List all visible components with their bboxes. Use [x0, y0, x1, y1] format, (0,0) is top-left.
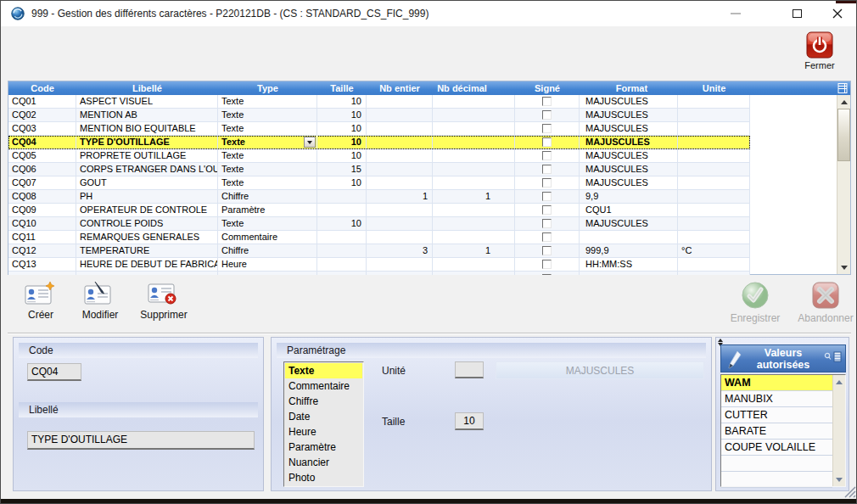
close-icon [832, 8, 843, 20]
type-cell-value: Texte [221, 137, 245, 147]
table-row-partial [8, 272, 750, 275]
column-header-unite[interactable]: Unite [678, 81, 750, 95]
type-option[interactable]: Paramètre [285, 440, 362, 455]
table-row[interactable]: CQ13HEURE DE DEBUT DE FABRICATIONHeureHH… [8, 258, 750, 272]
signe-checkbox[interactable] [542, 246, 552, 255]
column-header-type[interactable]: Type [218, 81, 317, 95]
column-header-code[interactable]: Code [8, 81, 76, 95]
allowed-value-item-empty [721, 472, 832, 488]
create-record-icon [24, 281, 58, 306]
title-bar: 999 - Gestion des différents caractères … [1, 1, 856, 26]
values-scroll-up-button[interactable] [833, 376, 845, 388]
enregistrer-label: Enregistrer [717, 312, 793, 324]
table-grid-icon[interactable] [837, 83, 848, 93]
column-header-taille[interactable]: Taille [317, 81, 367, 95]
table-row[interactable]: CQ01ASPECT VISUELTexte10MAJUSCULES [8, 95, 750, 109]
minimize-button[interactable] [720, 1, 751, 26]
allowed-value-item[interactable]: CUTTER [721, 407, 832, 423]
parametrage-section-header: Paramétrage [277, 343, 706, 358]
type-option[interactable]: Commentaire [285, 378, 362, 394]
signe-checkbox[interactable] [542, 151, 552, 160]
arrow-up-icon [841, 100, 848, 104]
app-window: 999 - Gestion des différents caractères … [0, 0, 857, 504]
column-header-format[interactable]: Format [580, 81, 678, 95]
maximize-icon [793, 9, 802, 18]
table-row[interactable]: CQ10CONTROLE POIDSTexte10MAJUSCULES [8, 217, 750, 231]
chevron-down-icon [307, 141, 312, 144]
modifier-button[interactable]: Modifier [72, 281, 128, 321]
supprimer-label: Supprimer [130, 309, 198, 321]
allowed-value-item[interactable]: BARATE [721, 423, 832, 440]
table-row[interactable]: CQ06CORPS ETRANGER DANS L'OUTILLAGETexte… [8, 163, 750, 176]
signe-checkbox[interactable] [542, 232, 552, 242]
signe-checkbox[interactable] [542, 219, 552, 228]
allowed-value-item[interactable]: COUPE VOLAILLE [721, 440, 832, 456]
scroll-up-button[interactable] [837, 95, 850, 109]
table-scrollbar[interactable] [837, 95, 850, 274]
supprimer-button[interactable]: Supprimer [130, 281, 198, 321]
scroll-down-button[interactable] [837, 260, 850, 274]
modifier-label: Modifier [72, 309, 128, 321]
close-button[interactable] [822, 1, 853, 26]
allowed-value-item[interactable]: MANUBIX [721, 391, 832, 407]
signe-checkbox[interactable] [542, 97, 552, 106]
signe-checkbox[interactable] [542, 260, 552, 269]
creer-button[interactable]: Créer [14, 281, 67, 321]
allowed-values-list: WAM MANUBIX CUTTER BARATE COUPE VOLAILLE [720, 374, 846, 487]
table-row[interactable]: CQ08PHChiffre119,9 [8, 190, 750, 204]
table-row[interactable]: CQ09OPERATEUR DE CONTROLEParamètreCQU1 [8, 204, 750, 217]
code-field[interactable]: CQ04 [27, 363, 81, 381]
signe-checkbox[interactable] [542, 124, 552, 133]
type-option[interactable]: Date [285, 409, 362, 424]
type-dropdown-button[interactable] [304, 137, 316, 148]
app-logo-icon [11, 7, 25, 20]
table-row[interactable]: CQ02MENTION ABTexte10MAJUSCULES [8, 109, 750, 122]
column-header-signe[interactable]: Signé [515, 81, 580, 95]
type-option[interactable]: Heure [285, 424, 362, 440]
fermer-button[interactable]: Fermer [797, 31, 843, 70]
signe-checkbox[interactable] [542, 192, 552, 201]
allowed-value-item-empty [721, 456, 832, 472]
unite-field[interactable] [455, 361, 484, 378]
scrollbar-thumb[interactable] [837, 109, 850, 161]
signe-checkbox[interactable] [542, 205, 552, 215]
signe-checkbox[interactable] [542, 178, 552, 188]
type-option[interactable]: Photo [285, 470, 362, 485]
column-header-nb-entier[interactable]: Nb entier [367, 81, 433, 95]
table-row-selected[interactable]: CQ04TYPE D'OUTILLAGETexte10MAJUSCULES [8, 136, 750, 149]
type-option[interactable]: Nuancier [285, 455, 362, 470]
signe-checkbox[interactable] [542, 110, 552, 120]
fermer-label: Fermer [797, 60, 843, 70]
type-option-selected[interactable]: Texte [285, 363, 362, 378]
table-row[interactable]: CQ11REMARQUES GENERALESCommentaire [8, 231, 750, 244]
column-header-nb-decimal[interactable]: Nb décimal [433, 81, 515, 95]
signe-checkbox[interactable] [542, 137, 552, 147]
characteristics-table: Code Libellé Type Taille Nb entier Nb dé… [8, 81, 851, 275]
search-and-grid-icons[interactable] [824, 351, 843, 363]
libelle-field[interactable]: TYPE D'OUTILLAGE [27, 431, 255, 450]
table-row[interactable]: CQ05PROPRETE OUTILLAGETexte10MAJUSCULES [8, 149, 750, 163]
allowed-value-item-selected[interactable]: WAM [721, 375, 832, 391]
power-icon [806, 31, 833, 59]
taille-label: Taille [382, 416, 405, 428]
window-title: 999 - Gestion des différents caractères … [31, 8, 428, 20]
minimize-icon [731, 13, 741, 14]
abandonner-button[interactable]: Abandonner [795, 281, 856, 324]
table-row[interactable]: CQ12TEMPERATUREChiffre31999,9°C [8, 244, 750, 258]
format-display[interactable]: MAJUSCULES [496, 361, 704, 379]
signe-checkbox[interactable] [542, 165, 552, 174]
enregistrer-button[interactable]: Enregistrer [717, 281, 793, 324]
table-row[interactable]: CQ03MENTION BIO EQUITABLETexte10MAJUSCUL… [8, 122, 750, 136]
parametrage-panel: Paramétrage Texte Commentaire Chiffre Da… [271, 337, 712, 491]
maximize-button[interactable] [781, 1, 812, 26]
values-scroll-down-button[interactable] [833, 473, 845, 485]
resize-grip[interactable] [843, 484, 856, 498]
arrow-up-icon [836, 380, 843, 384]
background-behind-window [1, 499, 857, 504]
values-scrollbar[interactable] [832, 375, 845, 486]
cancel-x-icon [811, 281, 840, 310]
taille-field[interactable]: 10 [455, 412, 484, 430]
type-option[interactable]: Chiffre [285, 394, 362, 409]
column-header-libelle[interactable]: Libellé [76, 81, 218, 95]
table-row[interactable]: CQ07GOUTTexte10MAJUSCULES [8, 176, 750, 190]
